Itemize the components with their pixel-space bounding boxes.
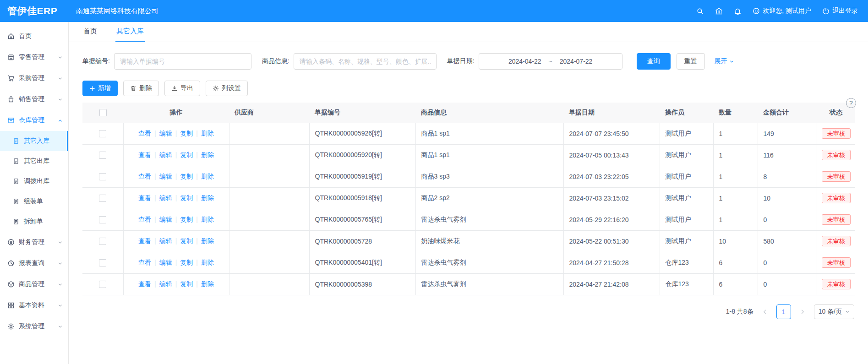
cell-amount: 8 [758,166,817,187]
action-separator: | [196,130,198,137]
row-checkbox[interactable] [99,259,106,266]
search-button[interactable]: 查询 [637,53,671,70]
row-checkbox[interactable] [99,281,106,288]
expand-link[interactable]: 展开 [715,57,734,65]
sidebar-item-purchase[interactable]: 采购管理 [0,68,68,89]
delete-link[interactable]: 删除 [201,237,214,244]
chevron-down-icon [58,97,63,102]
help-icon[interactable]: ? [846,98,856,108]
delete-link[interactable]: 删除 [201,130,214,137]
sidebar-item-finance[interactable]: 财务管理 [0,232,68,253]
welcome-user[interactable]: 欢迎您, 测试用户 [753,7,811,15]
date-range-picker[interactable]: 2024-04-22 ~ 2024-07-22 [479,53,622,70]
edit-link[interactable]: 编辑 [159,173,172,180]
sidebar-subitem-transfer-outbound[interactable]: 调拨出库 [0,171,68,191]
sidebar-subitem-other-outbound[interactable]: 其它出库 [0,151,68,171]
copy-link[interactable]: 复制 [180,237,193,244]
bell-icon[interactable] [734,7,742,15]
copy-link[interactable]: 复制 [180,173,193,180]
view-link[interactable]: 查看 [138,237,151,244]
delete-link[interactable]: 删除 [201,259,214,266]
row-checkbox[interactable] [99,130,106,137]
edit-link[interactable]: 编辑 [159,259,172,266]
page-size-select[interactable]: 10 条/页 [814,304,854,319]
sidebar-item-goods[interactable]: 商品管理 [0,274,68,295]
view-link[interactable]: 查看 [138,280,151,288]
edit-link[interactable]: 编辑 [159,151,172,158]
date-to-value[interactable]: 2024-07-22 [560,58,593,65]
cell-operator: 仓库123 [660,252,713,273]
delete-link[interactable]: 删除 [201,280,214,288]
bank-icon[interactable] [715,7,723,15]
copy-link[interactable]: 复制 [180,280,193,288]
product-info-input[interactable] [294,53,437,70]
delete-link[interactable]: 删除 [201,151,214,158]
copy-link[interactable]: 复制 [180,194,193,201]
select-all-checkbox[interactable] [99,109,107,116]
view-link[interactable]: 查看 [138,130,151,137]
sidebar-item-warehouse[interactable]: 仓库管理 [0,110,68,131]
sidebar-item-label: 仓库管理 [19,116,44,125]
edit-link[interactable]: 编辑 [159,194,172,201]
add-button-label: 新增 [98,84,111,92]
edit-link[interactable]: 编辑 [159,216,172,223]
row-checkbox[interactable] [99,152,106,159]
logout-button[interactable]: 退出登录 [822,7,858,15]
action-separator: | [154,194,156,201]
sidebar-item-sales[interactable]: 销售管理 [0,89,68,110]
cell-actions: 查看|编辑|复制|删除 [123,230,229,252]
status-badge: 未审核 [822,214,851,225]
cell-supplier [229,273,309,295]
sidebar-subitem-assembly[interactable]: 组装单 [0,191,68,212]
sidebar: 首页 零售管理 采购管理 销售管理 仓库管理 其它入库 其 [0,22,69,364]
table-row: 查看|编辑|复制|删除 QTRK00000005398 雷达杀虫气雾剂 2024… [82,273,855,295]
row-checkbox[interactable] [99,238,106,245]
row-checkbox[interactable] [99,195,106,202]
sidebar-item-reports[interactable]: 报表查询 [0,253,68,274]
sidebar-item-basedata[interactable]: 基本资料 [0,295,68,316]
cell-checkbox [82,209,123,230]
header-product: 商品信息 [415,103,563,123]
sidebar-subitem-disassembly[interactable]: 拆卸单 [0,212,68,232]
delete-link[interactable]: 删除 [201,194,214,201]
export-button[interactable]: 导出 [164,81,200,96]
delete-button[interactable]: 删除 [123,81,159,96]
next-page-icon[interactable] [796,305,809,319]
tab-bar: 首页 其它入库 [69,22,868,42]
view-link[interactable]: 查看 [138,216,151,223]
view-link[interactable]: 查看 [138,259,151,266]
copy-link[interactable]: 复制 [180,151,193,158]
copy-link[interactable]: 复制 [180,216,193,223]
date-from-value[interactable]: 2024-04-22 [508,58,541,65]
tab-home[interactable]: 首页 [82,22,98,42]
delete-link[interactable]: 删除 [201,216,214,223]
sidebar-subitem-other-inbound[interactable]: 其它入库 [0,131,68,151]
delete-link[interactable]: 删除 [201,173,214,180]
row-checkbox[interactable] [99,173,106,180]
page-number-button[interactable]: 1 [776,304,791,319]
edit-link[interactable]: 编辑 [159,237,172,244]
filter-bar: 单据编号: 商品信息: 单据日期: 2024-04-22 ~ 2024-07-2… [69,42,868,72]
view-link[interactable]: 查看 [138,151,151,158]
cell-bill-no: QTRK00000005918[转] [309,187,415,209]
view-link[interactable]: 查看 [138,173,151,180]
sidebar-item-system[interactable]: 系统管理 [0,316,68,337]
view-link[interactable]: 查看 [138,194,151,201]
document-icon [13,218,20,225]
search-icon[interactable] [696,7,704,15]
add-button[interactable]: 新增 [82,81,118,96]
sidebar-item-retail[interactable]: 零售管理 [0,47,68,68]
bill-no-input[interactable] [114,53,251,70]
reset-button[interactable]: 重置 [677,53,705,70]
column-settings-button[interactable]: 列设置 [206,81,248,96]
copy-link[interactable]: 复制 [180,259,193,266]
edit-link[interactable]: 编辑 [159,280,172,288]
cell-operator: 测试用户 [660,144,713,166]
copy-link[interactable]: 复制 [180,130,193,137]
edit-link[interactable]: 编辑 [159,130,172,137]
tab-other-inbound[interactable]: 其它入库 [115,22,145,42]
cell-checkbox [82,166,123,187]
sidebar-item-home[interactable]: 首页 [0,26,68,47]
row-checkbox[interactable] [99,216,106,223]
prev-page-icon[interactable] [758,305,772,319]
